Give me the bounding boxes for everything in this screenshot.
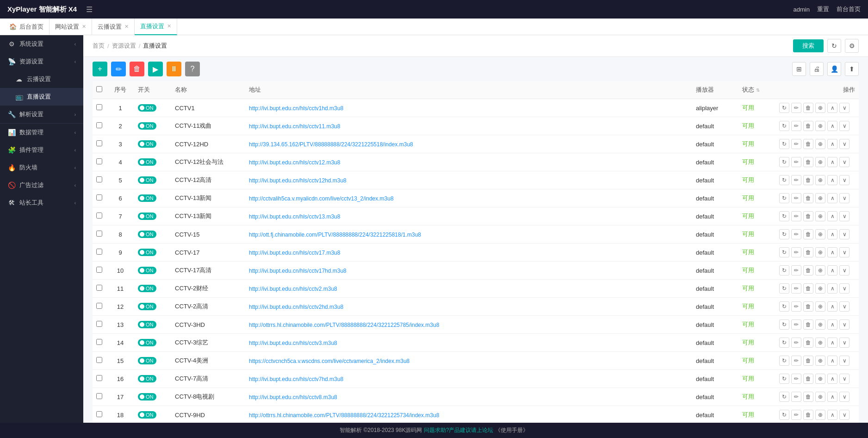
edit-btn-7[interactable]: ✏ — [791, 229, 801, 239]
refresh-btn-8[interactable]: ↻ — [779, 247, 789, 257]
refresh-button[interactable]: ↻ — [827, 39, 841, 53]
refresh-btn-11[interactable]: ↻ — [779, 301, 789, 312]
toggle-13[interactable]: ON — [138, 339, 156, 346]
del-btn-16[interactable]: 🗑 — [803, 392, 813, 402]
del-btn-11[interactable]: 🗑 — [803, 301, 813, 312]
breadcrumb-resource[interactable]: 资源设置 — [112, 42, 136, 50]
up-btn-17[interactable]: ∧ — [827, 410, 837, 420]
del-btn-8[interactable]: 🗑 — [803, 247, 813, 257]
row-checkbox-16[interactable] — [96, 393, 102, 399]
down-btn-4[interactable]: ∨ — [839, 175, 849, 185]
refresh-btn-14[interactable]: ↻ — [779, 356, 789, 366]
help-button[interactable]: ? — [185, 62, 200, 76]
add-btn-14[interactable]: ⊕ — [815, 356, 825, 366]
up-btn-8[interactable]: ∧ — [827, 247, 837, 257]
refresh-btn-17[interactable]: ↻ — [779, 410, 789, 420]
tab-site[interactable]: 网站设置 ✕ — [50, 19, 92, 35]
edit-btn-3[interactable]: ✏ — [791, 157, 801, 167]
up-btn-6[interactable]: ∧ — [827, 211, 837, 221]
edit-btn-8[interactable]: ✏ — [791, 247, 801, 257]
edit-btn-12[interactable]: ✏ — [791, 319, 801, 330]
toggle-2[interactable]: ON — [138, 140, 156, 148]
toggle-0[interactable]: ON — [138, 104, 156, 112]
sidebar-item-resource[interactable]: 📡 资源设置 ‹ — [0, 53, 83, 70]
row-checkbox-11[interactable] — [96, 303, 102, 309]
url-link-3[interactable]: http://ivi.bupt.edu.cn/hls/cctv12.m3u8 — [249, 159, 340, 166]
edit-btn-11[interactable]: ✏ — [791, 301, 801, 312]
refresh-btn-16[interactable]: ↻ — [779, 392, 789, 402]
toggle-11[interactable]: ON — [138, 303, 156, 310]
add-btn-16[interactable]: ⊕ — [815, 392, 825, 402]
up-btn-16[interactable]: ∧ — [827, 392, 837, 402]
refresh-btn-7[interactable]: ↻ — [779, 229, 789, 239]
add-btn-13[interactable]: ⊕ — [815, 338, 825, 348]
refresh-btn-4[interactable]: ↻ — [779, 175, 789, 185]
tab-home[interactable]: 🏠 后台首页 — [4, 19, 50, 35]
sidebar-item-cloud[interactable]: ☁ 云播设置 — [0, 70, 83, 88]
row-checkbox-10[interactable] — [96, 285, 102, 291]
url-link-1[interactable]: http://ivi.bupt.edu.cn/hls/cctv11.m3u8 — [249, 123, 340, 130]
refresh-btn-13[interactable]: ↻ — [779, 338, 789, 348]
edit-btn-10[interactable]: ✏ — [791, 283, 801, 294]
tab-cloud[interactable]: 云播设置 ✕ — [92, 19, 135, 35]
pause-button[interactable]: ⏸ — [167, 62, 181, 76]
toggle-14[interactable]: ON — [138, 357, 156, 364]
up-btn-3[interactable]: ∧ — [827, 157, 837, 167]
edit-btn-14[interactable]: ✏ — [791, 356, 801, 366]
url-link-12[interactable]: http://ottrrs.hl.chinamobile.com/PLTV/88… — [249, 322, 439, 328]
del-btn-12[interactable]: 🗑 — [803, 319, 813, 330]
toggle-7[interactable]: ON — [138, 231, 156, 238]
edit-btn-16[interactable]: ✏ — [791, 392, 801, 402]
down-btn-1[interactable]: ∨ — [839, 121, 849, 131]
add-btn-5[interactable]: ⊕ — [815, 193, 825, 203]
down-btn-11[interactable]: ∨ — [839, 301, 849, 312]
del-btn-0[interactable]: 🗑 — [803, 103, 813, 113]
up-btn-14[interactable]: ∧ — [827, 356, 837, 366]
down-btn-10[interactable]: ∨ — [839, 283, 849, 294]
play-button[interactable]: ▶ — [148, 62, 163, 76]
row-checkbox-5[interactable] — [96, 194, 102, 200]
toggle-10[interactable]: ON — [138, 285, 156, 292]
add-btn-4[interactable]: ⊕ — [815, 175, 825, 185]
up-btn-9[interactable]: ∧ — [827, 265, 837, 275]
edit-btn-4[interactable]: ✏ — [791, 175, 801, 185]
down-btn-15[interactable]: ∨ — [839, 374, 849, 384]
del-btn-1[interactable]: 🗑 — [803, 121, 813, 131]
up-btn-12[interactable]: ∧ — [827, 319, 837, 330]
del-btn-9[interactable]: 🗑 — [803, 265, 813, 275]
add-btn-1[interactable]: ⊕ — [815, 121, 825, 131]
del-btn-6[interactable]: 🗑 — [803, 211, 813, 221]
row-checkbox-7[interactable] — [96, 231, 102, 237]
row-checkbox-15[interactable] — [96, 375, 102, 381]
print-button[interactable]: 🖨 — [810, 62, 824, 76]
toggle-9[interactable]: ON — [138, 267, 156, 274]
row-checkbox-0[interactable] — [96, 104, 102, 110]
footer-link[interactable]: 问题求助?产品建议请上论坛 — [424, 427, 494, 433]
refresh-btn-1[interactable]: ↻ — [779, 121, 789, 131]
sidebar-item-adfilter[interactable]: 🚫 广告过滤 ‹ — [0, 176, 83, 194]
down-btn-14[interactable]: ∨ — [839, 356, 849, 366]
add-btn-11[interactable]: ⊕ — [815, 301, 825, 312]
frontend-home-link[interactable]: 前台首页 — [837, 5, 861, 13]
up-btn-5[interactable]: ∧ — [827, 193, 837, 203]
sidebar-item-live[interactable]: 📺 直播设置 — [0, 88, 83, 106]
refresh-btn-9[interactable]: ↻ — [779, 265, 789, 275]
add-btn-6[interactable]: ⊕ — [815, 211, 825, 221]
url-link-5[interactable]: http://cctvalih5ca.v.myalicdn.com/live/c… — [249, 195, 394, 202]
down-btn-13[interactable]: ∨ — [839, 338, 849, 348]
add-btn-2[interactable]: ⊕ — [815, 139, 825, 149]
tab-site-close[interactable]: ✕ — [82, 24, 86, 30]
row-checkbox-6[interactable] — [96, 213, 102, 219]
up-btn-15[interactable]: ∧ — [827, 374, 837, 384]
add-btn-9[interactable]: ⊕ — [815, 265, 825, 275]
up-btn-1[interactable]: ∧ — [827, 121, 837, 131]
tab-live-close[interactable]: ✕ — [167, 23, 171, 29]
up-btn-10[interactable]: ∧ — [827, 283, 837, 294]
add-btn-3[interactable]: ⊕ — [815, 157, 825, 167]
del-btn-5[interactable]: 🗑 — [803, 193, 813, 203]
refresh-btn-5[interactable]: ↻ — [779, 193, 789, 203]
up-btn-0[interactable]: ∧ — [827, 103, 837, 113]
down-btn-0[interactable]: ∨ — [839, 103, 849, 113]
down-btn-17[interactable]: ∨ — [839, 410, 849, 420]
row-checkbox-12[interactable] — [96, 321, 102, 327]
